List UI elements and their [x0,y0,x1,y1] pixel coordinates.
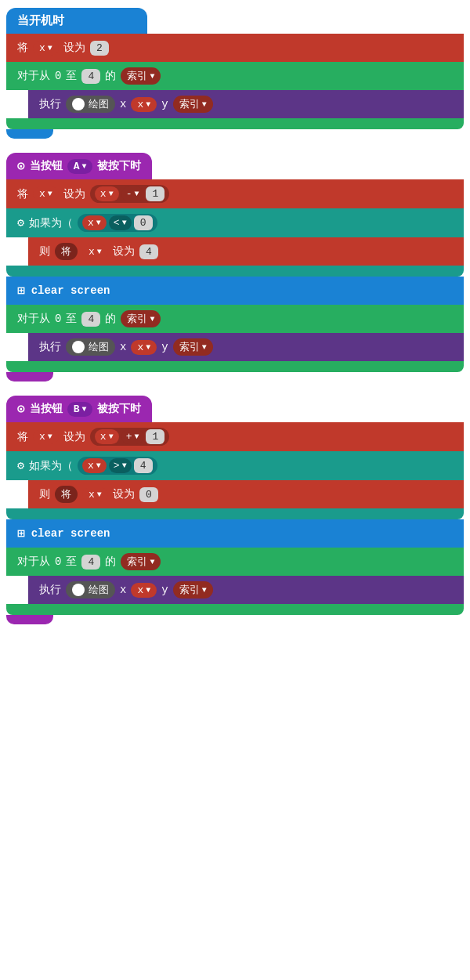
loop-to-val-3[interactable]: 4 [81,555,100,570]
loop-block-3: 对于从 0 至 4 的 索引 ▼ 执行 绘图 x [6,548,464,615]
var-x-arrow-1: ▼ [48,44,52,52]
index-pill-2[interactable]: 索引 ▼ [121,310,161,327]
then-label-2: 则 [39,244,50,259]
loop-prefix-3: 对于从 [17,555,50,569]
loop-footer-2 [6,361,464,372]
expr-x-var-2[interactable]: x ▼ [95,186,119,201]
if-block-3: ⚙ 如果为（ x ▼ > ▼ 4 则 将 [6,451,464,519]
exec-draw-block-1[interactable]: 执行 绘图 x x ▼ y 索引 ▼ [28,90,464,118]
if-op-pill-3[interactable]: > ▼ [109,458,132,473]
var-x-pill-2[interactable]: x ▼ [33,186,59,201]
clear-screen-label-2: clear screen [31,284,110,297]
then-val-2[interactable]: 4 [139,244,158,259]
clear-screen-block-3[interactable]: ⊞ clear screen [6,519,464,548]
dot-icon-2: ⊙ [17,158,25,174]
set-middle-1: 设为 [63,41,85,55]
var-x-pill-3[interactable]: x ▼ [33,429,59,444]
loop-to-label-3: 至 [66,555,77,569]
draw-y-arrow-2: ▼ [202,343,207,352]
draw-x-var-3[interactable]: x ▼ [131,583,157,598]
if-val-2[interactable]: 0 [134,215,153,230]
loop-to-val-2[interactable]: 4 [81,312,100,327]
draw-toggle-1[interactable]: 绘图 [66,96,115,113]
if-x-var-3[interactable]: x ▼ [82,458,107,473]
expr-pill-2[interactable]: x ▼ - ▼ 1 [90,185,170,203]
clear-screen-block-2[interactable]: ⊞ clear screen [6,277,464,305]
then-set-block-2[interactable]: 则 将 x ▼ 设为 4 [28,237,464,266]
draw-y-var-3[interactable]: 索引 ▼ [173,581,213,598]
loop-header-1[interactable]: 对于从 0 至 4 的 索引 ▼ [6,62,464,90]
then-x-var-2[interactable]: x ▼ [82,244,108,259]
loop-to-label-2: 至 [66,312,77,326]
set-x-block-3[interactable]: 将 x ▼ 设为 x ▼ + ▼ 1 [6,422,464,451]
val-2-1[interactable]: 2 [90,41,109,56]
exec-draw-block-3[interactable]: 执行 绘图 x x ▼ y 索引 ▼ [28,576,464,604]
loop-from-3: 0 [55,555,61,568]
op-pill-2[interactable]: - ▼ [121,186,144,201]
set-x-block-1[interactable]: 将 x ▼ 设为 2 [6,34,464,62]
draw-y-arrow-3: ▼ [202,586,207,595]
if-op-arrow-2: ▼ [122,219,127,227]
loop-prefix-1: 对于从 [17,69,50,83]
draw-x-label-3: x [120,584,126,596]
hat-block-btnB[interactable]: ⊙ 当按钮 B ▼ 被按下时 [6,396,152,422]
draw-toggle-2[interactable]: 绘图 [66,338,115,356]
val-1-3[interactable]: 1 [146,429,164,444]
btn-b-pill[interactable]: B ▼ [67,402,93,417]
index-pill-1[interactable]: 索引 ▼ [121,67,161,85]
index-pill-3[interactable]: 索引 ▼ [121,553,161,570]
hat-block-btnA[interactable]: ⊙ 当按钮 A ▼ 被按下时 [6,153,152,179]
index-arrow-1: ▼ [150,72,154,81]
draw-x-label-2: x [120,341,126,353]
btn-a-pill[interactable]: A ▼ [67,159,93,174]
hat-block-boot[interactable]: 当开机时 [6,8,147,34]
section1-group: 当开机时 将 x ▼ 设为 2 对于从 0 至 4 的 索引 ▼ [6,8,464,139]
if-footer-3 [6,508,464,519]
draw-y-var-2[interactable]: 索引 ▼ [173,338,213,356]
if-block-2: ⚙ 如果为（ x ▼ < ▼ 0 则 将 [6,208,464,277]
loop-header-3[interactable]: 对于从 0 至 4 的 索引 ▼ [6,548,464,576]
set-prefix-1: 将 [17,41,28,55]
draw-x-var-1[interactable]: x ▼ [131,97,157,112]
if-x-var-2[interactable]: x ▼ [82,215,107,230]
loop-body-1: 执行 绘图 x x ▼ y 索引 ▼ [28,90,464,118]
if-expr-2[interactable]: x ▼ < ▼ 0 [78,214,157,232]
expr-x-var-3[interactable]: x ▼ [95,429,119,444]
gear-icon-3: ⚙ [17,458,24,473]
loop-header-2[interactable]: 对于从 0 至 4 的 索引 ▼ [6,305,464,333]
hat-label-2: 当按钮 [30,159,63,173]
loop-from-2: 0 [55,313,61,325]
if-header-3[interactable]: ⚙ 如果为（ x ▼ > ▼ 4 [6,451,464,480]
loop-prefix-2: 对于从 [17,312,50,326]
val-1-2[interactable]: 1 [146,186,164,201]
op-pill-3[interactable]: + ▼ [121,429,144,444]
if-op-arrow-3: ▼ [122,461,127,470]
then-set-middle-3: 设为 [113,487,135,501]
exec-draw-block-2[interactable]: 执行 绘图 x x ▼ y 索引 ▼ [28,333,464,361]
expr-pill-3[interactable]: x ▼ + ▼ 1 [90,428,170,446]
if-expr-3[interactable]: x ▼ > ▼ 4 [78,457,157,475]
set-prefix-3: 将 [17,430,28,444]
if-body-2: 则 将 x ▼ 设为 4 [28,237,464,266]
then-val-3[interactable]: 0 [139,487,158,502]
op-arrow-3: ▼ [134,432,139,441]
if-op-pill-2[interactable]: < ▼ [109,215,132,230]
set-prefix-2: 将 [17,187,28,201]
then-set-middle-2: 设为 [113,244,135,259]
if-x-arrow-3: ▼ [96,461,101,470]
if-prefix-3: 如果为（ [29,459,73,473]
draw-toggle-3[interactable]: 绘图 [66,581,115,598]
loop-to-val-1[interactable]: 4 [81,69,100,84]
if-prefix-2: 如果为（ [29,216,73,230]
if-header-2[interactable]: ⚙ 如果为（ x ▼ < ▼ 0 [6,208,464,237]
draw-x-var-2[interactable]: x ▼ [131,340,157,355]
then-set-block-3[interactable]: 则 将 x ▼ 设为 0 [28,480,464,508]
index-arrow-2: ▼ [150,315,154,324]
op-arrow-2: ▼ [134,190,139,198]
set-x-block-2[interactable]: 将 x ▼ 设为 x ▼ - ▼ 1 [6,179,464,208]
dot-icon-3: ⊙ [17,401,25,417]
then-x-var-3[interactable]: x ▼ [82,487,108,502]
if-val-3[interactable]: 4 [134,458,153,473]
draw-y-var-1[interactable]: 索引 ▼ [173,96,213,113]
var-x-pill-1[interactable]: x ▼ [33,41,59,56]
